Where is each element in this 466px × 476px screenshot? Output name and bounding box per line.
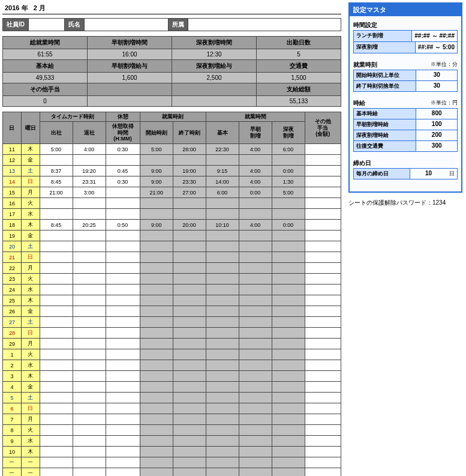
date-line: 2016 年 2 月 — [2, 2, 341, 14]
table-row: 10木 — [3, 447, 341, 457]
master-panel: 設定マスタ 時間設定 ランチ割増##:## ～ ##:## 深夜割増##:## … — [348, 2, 462, 193]
table-row: 28日 — [3, 328, 341, 339]
table-row: 29月 — [3, 339, 341, 349]
month: 2 — [34, 4, 37, 11]
table-row: 12金 — [3, 155, 341, 166]
name-value[interactable] — [85, 19, 169, 31]
table-row: 5土 — [3, 393, 341, 403]
timesheet-grid: 日 曜日 タイムカード時刻 休憩 就業時刻 就業時間 その他手当(金額) 出社 … — [2, 112, 341, 476]
table-row: 2水 — [3, 360, 341, 371]
table-row: 18木8:4520:250:509:0020:0010:104:000:00 — [3, 220, 341, 230]
table-row: ーー — [3, 457, 341, 468]
summary3-vals: 0 55,133 — [2, 96, 341, 107]
dept-label: 所属 — [169, 19, 188, 31]
summary1-vals: 61:55 16:00 12:30 5 — [2, 49, 341, 60]
table-row: 17水 — [3, 209, 341, 220]
col-other: その他手当(金額) — [305, 112, 341, 144]
col-pm: 深夜割増 — [272, 121, 305, 143]
summary3-head: その他手当 支給総額 — [2, 83, 341, 96]
employee-header: 社員ID 氏名 所属 — [2, 18, 341, 31]
summary2-vals: 49,533 1,600 2,500 1,500 — [2, 73, 341, 83]
dept-value[interactable] — [188, 19, 341, 31]
table-row: 22月 — [3, 263, 341, 274]
table-row: 1火 — [3, 349, 341, 360]
table-row: 8火 — [3, 425, 341, 436]
table-row: 16火 — [3, 198, 341, 209]
table-row: 15月21:003:0021:0027:006:000:005:00 — [3, 187, 341, 198]
year: 2016 — [5, 4, 19, 11]
table-row: 26金 — [3, 306, 341, 317]
table-row: 14日8:4523:310:309:0023:3014:004:001:30 — [3, 176, 341, 187]
password-note: シートの保護解除パスワード：1234 — [348, 199, 462, 207]
emp-id-label: 社員ID — [3, 19, 29, 31]
table-row: 7月 — [3, 414, 341, 425]
table-row: 3木 — [3, 371, 341, 382]
table-row: 27土 — [3, 317, 341, 328]
table-row: 19金 — [3, 230, 341, 241]
table-row: 6日 — [3, 403, 341, 414]
col-break: 休憩取得時間(H:MM) — [106, 121, 140, 143]
table-row: 11木5:004:000:305:0028:0022:304:006:00 — [3, 144, 341, 155]
summary1-head: 総就業時間 早朝割増時間 深夜割増時間 出勤日数 — [2, 36, 341, 49]
table-row: 4金 — [3, 382, 341, 393]
master-title: 設定マスタ — [350, 4, 461, 16]
table-row: 23火 — [3, 274, 341, 285]
table-row: ーー — [3, 468, 341, 476]
name-label: 氏名 — [65, 19, 85, 31]
table-row: 20土 — [3, 241, 341, 252]
table-row: 9水 — [3, 436, 341, 447]
table-row: 24水 — [3, 285, 341, 295]
table-row: 25木 — [3, 295, 341, 306]
table-row: 13土8:3719:200:459:0019:009:154:000:00 — [3, 166, 341, 176]
col-am: 早朝割増 — [239, 121, 272, 143]
summary2-head: 基本給 早朝割増給与 深夜割増給与 交通費 — [2, 60, 341, 73]
table-row: 21日 — [3, 252, 341, 263]
emp-id-value[interactable] — [29, 19, 65, 31]
